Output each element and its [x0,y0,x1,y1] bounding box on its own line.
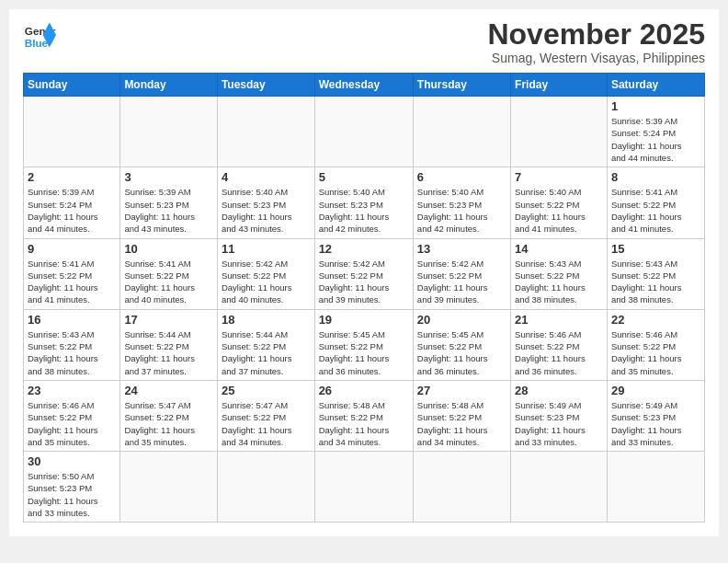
logo: General Blue [23,18,56,52]
day-info: Sunrise: 5:42 AM Sunset: 5:22 PM Dayligh… [319,258,409,306]
calendar-cell [511,97,608,167]
day-of-week-header: Saturday [607,74,704,97]
day-number: 6 [417,170,506,184]
day-info: Sunrise: 5:46 AM Sunset: 5:22 PM Dayligh… [515,328,603,377]
calendar-cell [413,97,510,167]
month-title: November 2025 [487,18,705,51]
day-info: Sunrise: 5:42 AM Sunset: 5:22 PM Dayligh… [222,258,311,306]
day-number: 25 [222,384,311,397]
day-info: Sunrise: 5:46 AM Sunset: 5:22 PM Dayligh… [28,399,116,448]
calendar-cell: 9Sunrise: 5:41 AM Sunset: 5:22 PM Daylig… [24,238,120,309]
day-info: Sunrise: 5:39 AM Sunset: 5:24 PM Dayligh… [611,115,700,164]
calendar-cell [120,97,218,167]
calendar-cell: 4Sunrise: 5:40 AM Sunset: 5:23 PM Daylig… [217,167,314,238]
day-info: Sunrise: 5:42 AM Sunset: 5:22 PM Dayligh… [417,258,506,306]
calendar-cell: 14Sunrise: 5:43 AM Sunset: 5:22 PM Dayli… [511,238,608,309]
calendar-cell: 15Sunrise: 5:43 AM Sunset: 5:22 PM Dayli… [607,238,704,309]
calendar-cell: 12Sunrise: 5:42 AM Sunset: 5:22 PM Dayli… [314,238,413,309]
calendar-cell: 1Sunrise: 5:39 AM Sunset: 5:24 PM Daylig… [607,97,704,167]
day-number: 14 [515,242,603,256]
calendar-cell: 20Sunrise: 5:45 AM Sunset: 5:22 PM Dayli… [413,309,510,380]
day-of-week-header: Sunday [24,74,120,97]
calendar-cell: 27Sunrise: 5:48 AM Sunset: 5:22 PM Dayli… [413,380,510,451]
calendar-cell: 7Sunrise: 5:40 AM Sunset: 5:22 PM Daylig… [511,167,608,238]
calendar-cell [314,452,413,523]
day-info: Sunrise: 5:43 AM Sunset: 5:22 PM Dayligh… [515,258,603,306]
day-of-week-header: Monday [120,74,218,97]
day-number: 2 [28,170,116,184]
day-number: 12 [319,242,409,256]
calendar-cell: 22Sunrise: 5:46 AM Sunset: 5:22 PM Dayli… [607,309,704,380]
day-number: 3 [124,170,213,184]
day-info: Sunrise: 5:49 AM Sunset: 5:23 PM Dayligh… [515,399,603,448]
calendar-cell [217,97,314,167]
day-info: Sunrise: 5:47 AM Sunset: 5:22 PM Dayligh… [222,399,311,448]
day-number: 11 [222,242,311,256]
day-info: Sunrise: 5:41 AM Sunset: 5:22 PM Dayligh… [124,258,213,306]
calendar-cell [217,452,314,523]
day-number: 22 [611,313,700,327]
day-of-week-header: Tuesday [217,74,314,97]
calendar-cell: 13Sunrise: 5:42 AM Sunset: 5:22 PM Dayli… [413,238,510,309]
day-number: 17 [124,313,213,327]
day-info: Sunrise: 5:44 AM Sunset: 5:22 PM Dayligh… [124,328,213,377]
calendar-cell: 16Sunrise: 5:43 AM Sunset: 5:22 PM Dayli… [24,309,120,380]
day-info: Sunrise: 5:45 AM Sunset: 5:22 PM Dayligh… [417,328,506,377]
calendar-cell: 5Sunrise: 5:40 AM Sunset: 5:23 PM Daylig… [314,167,413,238]
day-number: 16 [28,313,116,327]
calendar-cell: 24Sunrise: 5:47 AM Sunset: 5:22 PM Dayli… [120,380,218,451]
calendar-cell: 30Sunrise: 5:50 AM Sunset: 5:23 PM Dayli… [24,452,120,523]
day-number: 8 [611,170,700,184]
day-number: 5 [319,170,409,184]
calendar-cell: 10Sunrise: 5:41 AM Sunset: 5:22 PM Dayli… [120,238,218,309]
day-info: Sunrise: 5:40 AM Sunset: 5:23 PM Dayligh… [222,186,311,235]
day-number: 29 [611,384,700,397]
day-number: 21 [515,313,603,327]
calendar-cell: 23Sunrise: 5:46 AM Sunset: 5:22 PM Dayli… [24,380,120,451]
day-number: 7 [515,170,603,184]
day-number: 4 [222,170,311,184]
calendar-cell [314,97,413,167]
day-info: Sunrise: 5:50 AM Sunset: 5:23 PM Dayligh… [28,470,116,519]
day-number: 26 [319,384,409,397]
calendar-cell [511,452,608,523]
day-of-week-header: Wednesday [314,74,413,97]
day-number: 23 [28,384,116,397]
day-info: Sunrise: 5:39 AM Sunset: 5:23 PM Dayligh… [124,186,213,235]
header: General Blue November 2025 Sumag, Wester… [23,18,705,65]
day-info: Sunrise: 5:44 AM Sunset: 5:22 PM Dayligh… [222,328,311,377]
logo-icon: General Blue [23,18,56,52]
calendar-cell: 17Sunrise: 5:44 AM Sunset: 5:22 PM Dayli… [120,309,218,380]
day-info: Sunrise: 5:48 AM Sunset: 5:22 PM Dayligh… [319,399,409,448]
day-number: 10 [124,242,213,256]
calendar-cell: 6Sunrise: 5:40 AM Sunset: 5:23 PM Daylig… [413,167,510,238]
day-info: Sunrise: 5:39 AM Sunset: 5:24 PM Dayligh… [28,186,116,235]
day-info: Sunrise: 5:43 AM Sunset: 5:22 PM Dayligh… [28,328,116,377]
calendar: SundayMondayTuesdayWednesdayThursdayFrid… [23,73,705,523]
calendar-cell: 2Sunrise: 5:39 AM Sunset: 5:24 PM Daylig… [24,167,120,238]
day-number: 9 [28,242,116,256]
calendar-cell [413,452,510,523]
calendar-cell: 26Sunrise: 5:48 AM Sunset: 5:22 PM Dayli… [314,380,413,451]
day-number: 27 [417,384,506,397]
calendar-cell: 19Sunrise: 5:45 AM Sunset: 5:22 PM Dayli… [314,309,413,380]
calendar-cell: 11Sunrise: 5:42 AM Sunset: 5:22 PM Dayli… [217,238,314,309]
day-number: 18 [222,313,311,327]
day-number: 28 [515,384,603,397]
day-number: 19 [319,313,409,327]
day-info: Sunrise: 5:48 AM Sunset: 5:22 PM Dayligh… [417,399,506,448]
day-number: 15 [611,242,700,256]
calendar-cell: 3Sunrise: 5:39 AM Sunset: 5:23 PM Daylig… [120,167,218,238]
day-info: Sunrise: 5:47 AM Sunset: 5:22 PM Dayligh… [124,399,213,448]
page: General Blue November 2025 Sumag, Wester… [9,9,719,536]
calendar-cell: 18Sunrise: 5:44 AM Sunset: 5:22 PM Dayli… [217,309,314,380]
day-info: Sunrise: 5:40 AM Sunset: 5:23 PM Dayligh… [417,186,506,235]
calendar-cell [24,97,120,167]
title-area: November 2025 Sumag, Western Visayas, Ph… [487,18,705,65]
day-number: 1 [611,99,700,113]
day-info: Sunrise: 5:41 AM Sunset: 5:22 PM Dayligh… [611,186,700,235]
day-of-week-header: Thursday [413,74,510,97]
day-info: Sunrise: 5:40 AM Sunset: 5:22 PM Dayligh… [515,186,603,235]
day-number: 20 [417,313,506,327]
day-number: 30 [28,454,116,468]
